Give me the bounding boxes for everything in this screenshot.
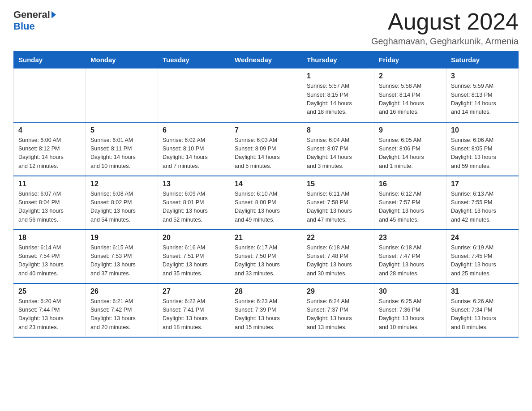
day-number: 23 [379,234,442,242]
day-number: 14 [235,180,297,188]
day-info-text: Sunrise: 6:14 AM Sunset: 7:54 PM Dayligh… [18,244,81,278]
day-cell: 1Sunrise: 5:57 AM Sunset: 8:15 PM Daylig… [302,68,374,122]
calendar-header: SundayMondayTuesdayWednesdayThursdayFrid… [14,51,519,68]
day-number: 11 [18,180,81,188]
day-number: 17 [451,180,514,188]
day-number: 1 [307,72,369,80]
logo-blue-text: Blue [13,21,35,32]
day-number: 7 [235,126,297,134]
day-number: 15 [307,180,369,188]
week-row-1: 1Sunrise: 5:57 AM Sunset: 8:15 PM Daylig… [14,68,519,122]
day-cell: 16Sunrise: 6:12 AM Sunset: 7:57 PM Dayli… [374,176,446,230]
day-info-text: Sunrise: 6:04 AM Sunset: 8:07 PM Dayligh… [307,136,369,171]
day-cell: 5Sunrise: 6:01 AM Sunset: 8:11 PM Daylig… [86,122,158,176]
day-number: 6 [163,126,225,134]
day-number: 20 [163,234,225,242]
day-cell: 12Sunrise: 6:08 AM Sunset: 8:02 PM Dayli… [86,176,158,230]
day-info-text: Sunrise: 6:25 AM Sunset: 7:36 PM Dayligh… [379,297,442,332]
day-number: 12 [90,180,153,188]
day-number: 16 [379,180,442,188]
week-row-5: 25Sunrise: 6:20 AM Sunset: 7:44 PM Dayli… [14,283,519,337]
day-cell: 23Sunrise: 6:18 AM Sunset: 7:47 PM Dayli… [374,230,446,283]
header-cell-tuesday: Tuesday [158,51,230,68]
day-cell: 28Sunrise: 6:23 AM Sunset: 7:39 PM Dayli… [230,283,302,337]
logo: General Blue [13,9,56,32]
day-info-text: Sunrise: 6:21 AM Sunset: 7:42 PM Dayligh… [90,297,153,332]
day-cell: 2Sunrise: 5:58 AM Sunset: 8:14 PM Daylig… [374,68,446,122]
day-info-text: Sunrise: 6:01 AM Sunset: 8:11 PM Dayligh… [90,136,153,171]
header-cell-saturday: Saturday [446,51,519,68]
header-cell-sunday: Sunday [14,51,86,68]
day-info-text: Sunrise: 6:18 AM Sunset: 7:47 PM Dayligh… [379,244,442,278]
day-cell: 10Sunrise: 6:06 AM Sunset: 8:05 PM Dayli… [446,122,519,176]
day-cell [158,68,230,122]
day-number: 27 [163,287,225,295]
day-number: 5 [90,126,153,134]
day-info-text: Sunrise: 5:59 AM Sunset: 8:13 PM Dayligh… [451,82,514,117]
day-info-text: Sunrise: 6:18 AM Sunset: 7:48 PM Dayligh… [307,244,369,278]
day-info-text: Sunrise: 6:16 AM Sunset: 7:51 PM Dayligh… [163,244,225,278]
day-info-text: Sunrise: 6:03 AM Sunset: 8:09 PM Dayligh… [235,136,297,171]
day-info-text: Sunrise: 6:08 AM Sunset: 8:02 PM Dayligh… [90,190,153,225]
page-header: General Blue August 2024 Geghamavan, Geg… [13,9,519,47]
day-number: 19 [90,234,153,242]
day-info-text: Sunrise: 6:09 AM Sunset: 8:01 PM Dayligh… [163,190,225,225]
day-number: 9 [379,126,442,134]
day-number: 18 [18,234,81,242]
day-number: 21 [235,234,297,242]
day-number: 22 [307,234,369,242]
calendar-body: 1Sunrise: 5:57 AM Sunset: 8:15 PM Daylig… [14,68,519,337]
calendar-table: SundayMondayTuesdayWednesdayThursdayFrid… [13,51,519,338]
day-info-text: Sunrise: 6:22 AM Sunset: 7:41 PM Dayligh… [163,297,225,332]
day-cell: 31Sunrise: 6:26 AM Sunset: 7:34 PM Dayli… [446,283,519,337]
day-number: 13 [163,180,225,188]
logo-general-text: General [13,9,50,21]
day-info-text: Sunrise: 6:06 AM Sunset: 8:05 PM Dayligh… [451,136,514,171]
day-cell [86,68,158,122]
header-cell-friday: Friday [374,51,446,68]
header-row: SundayMondayTuesdayWednesdayThursdayFrid… [14,51,519,68]
day-cell: 7Sunrise: 6:03 AM Sunset: 8:09 PM Daylig… [230,122,302,176]
day-info-text: Sunrise: 6:24 AM Sunset: 7:37 PM Dayligh… [307,297,369,332]
day-info-text: Sunrise: 6:10 AM Sunset: 8:00 PM Dayligh… [235,190,297,225]
location-subtitle: Geghamavan, Gegharkunik, Armenia [371,36,519,47]
day-number: 28 [235,287,297,295]
week-row-4: 18Sunrise: 6:14 AM Sunset: 7:54 PM Dayli… [14,230,519,283]
day-info-text: Sunrise: 6:13 AM Sunset: 7:55 PM Dayligh… [451,190,514,225]
day-cell: 30Sunrise: 6:25 AM Sunset: 7:36 PM Dayli… [374,283,446,337]
day-info-text: Sunrise: 6:15 AM Sunset: 7:53 PM Dayligh… [90,244,153,278]
day-cell [14,68,86,122]
week-row-3: 11Sunrise: 6:07 AM Sunset: 8:04 PM Dayli… [14,176,519,230]
day-cell: 17Sunrise: 6:13 AM Sunset: 7:55 PM Dayli… [446,176,519,230]
day-number: 29 [307,287,369,295]
day-info-text: Sunrise: 6:05 AM Sunset: 8:06 PM Dayligh… [379,136,442,171]
day-number: 2 [379,72,442,80]
day-cell: 24Sunrise: 6:19 AM Sunset: 7:45 PM Dayli… [446,230,519,283]
month-title: August 2024 [371,9,519,34]
day-cell: 6Sunrise: 6:02 AM Sunset: 8:10 PM Daylig… [158,122,230,176]
day-info-text: Sunrise: 6:02 AM Sunset: 8:10 PM Dayligh… [163,136,225,171]
day-info-text: Sunrise: 5:58 AM Sunset: 8:14 PM Dayligh… [379,82,442,117]
day-number: 31 [451,287,514,295]
day-number: 8 [307,126,369,134]
day-cell: 15Sunrise: 6:11 AM Sunset: 7:58 PM Dayli… [302,176,374,230]
day-cell: 25Sunrise: 6:20 AM Sunset: 7:44 PM Dayli… [14,283,86,337]
day-cell: 22Sunrise: 6:18 AM Sunset: 7:48 PM Dayli… [302,230,374,283]
header-cell-monday: Monday [86,51,158,68]
day-cell: 18Sunrise: 6:14 AM Sunset: 7:54 PM Dayli… [14,230,86,283]
day-info-text: Sunrise: 5:57 AM Sunset: 8:15 PM Dayligh… [307,82,369,117]
day-cell: 8Sunrise: 6:04 AM Sunset: 8:07 PM Daylig… [302,122,374,176]
day-cell: 21Sunrise: 6:17 AM Sunset: 7:50 PM Dayli… [230,230,302,283]
day-number: 4 [18,126,81,134]
day-info-text: Sunrise: 6:17 AM Sunset: 7:50 PM Dayligh… [235,244,297,278]
day-cell: 29Sunrise: 6:24 AM Sunset: 7:37 PM Dayli… [302,283,374,337]
day-info-text: Sunrise: 6:00 AM Sunset: 8:12 PM Dayligh… [18,136,81,171]
day-cell: 11Sunrise: 6:07 AM Sunset: 8:04 PM Dayli… [14,176,86,230]
day-cell: 26Sunrise: 6:21 AM Sunset: 7:42 PM Dayli… [86,283,158,337]
day-info-text: Sunrise: 6:07 AM Sunset: 8:04 PM Dayligh… [18,190,81,225]
day-number: 26 [90,287,153,295]
day-info-text: Sunrise: 6:23 AM Sunset: 7:39 PM Dayligh… [235,297,297,332]
day-info-text: Sunrise: 6:26 AM Sunset: 7:34 PM Dayligh… [451,297,514,332]
header-cell-wednesday: Wednesday [230,51,302,68]
day-info-text: Sunrise: 6:19 AM Sunset: 7:45 PM Dayligh… [451,244,514,278]
